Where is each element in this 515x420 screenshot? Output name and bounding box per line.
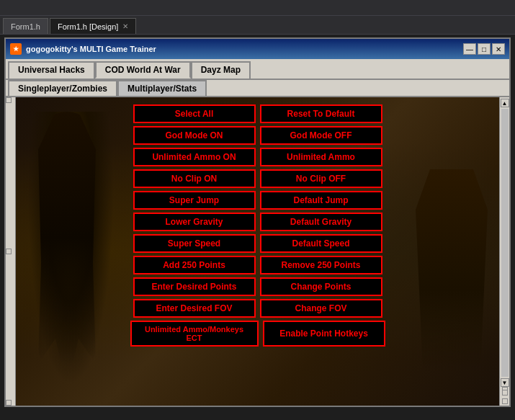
soldier-right-decoration — [416, 169, 488, 371]
vs-tab-close-icon[interactable]: ✕ — [122, 22, 128, 30]
select-all-button[interactable]: Select All — [133, 104, 256, 123]
resize-handle-br[interactable] — [502, 398, 508, 404]
resize-handle-mr[interactable] — [502, 390, 508, 396]
buttons-container: Select All Reset To Default God Mode ON … — [128, 104, 388, 347]
resize-handle-tl[interactable] — [6, 97, 12, 103]
menu-tabs: Universal Hacks COD World At War Dayz Ma… — [6, 59, 509, 79]
enter-desired-fov-button[interactable]: Enter Desired FOV — [133, 299, 256, 318]
scroll-up-button[interactable]: ▲ — [501, 99, 509, 107]
tab-dayz-map[interactable]: Dayz Map — [191, 61, 251, 79]
tab-cod-world-at-war[interactable]: COD World At War — [95, 61, 191, 79]
minimize-button[interactable]: — — [463, 43, 476, 55]
default-speed-button[interactable]: Default Speed — [260, 234, 382, 253]
btn-row-9: Enter Desired Points Change Points — [128, 277, 388, 296]
tab-universal-hacks[interactable]: Universal Hacks — [8, 61, 95, 79]
enter-desired-points-button[interactable]: Enter Desired Points — [133, 277, 256, 296]
unlimited-ammo-on-button[interactable]: Unlimited Ammo ON — [133, 148, 256, 166]
close-button[interactable]: ✕ — [492, 43, 505, 55]
btn-row-5: Super Jump Default Jump — [128, 191, 388, 210]
remove-250-points-button[interactable]: Remove 250 Points — [260, 256, 382, 274]
app-titlebar: ★ gogogokitty's MULTI Game Trainer — □ ✕ — [6, 39, 509, 59]
soldier-left-decoration — [27, 112, 114, 385]
god-mode-off-button[interactable]: God Mode OFF — [260, 126, 382, 145]
vs-tab-form1h[interactable]: Form1.h — [3, 18, 48, 34]
app-window: ★ gogogokitty's MULTI Game Trainer — □ ✕… — [4, 37, 511, 407]
scroll-down-button[interactable]: ▼ — [501, 378, 509, 387]
btn-row-11: Unlimited Ammo/Monkeys ECT Enable Point … — [128, 321, 388, 347]
resize-handle-bl[interactable] — [6, 400, 12, 406]
tab-singleplayer-zombies[interactable]: Singleplayer/Zombies — [8, 80, 117, 96]
btn-row-7: Super Speed Default Speed — [128, 234, 388, 253]
btn-row-2: God Mode ON God Mode OFF — [128, 126, 388, 145]
content-area: ▲ ▼ Select All Reset To Default God Mode… — [6, 96, 509, 406]
no-clip-on-button[interactable]: No Clip ON — [133, 169, 256, 188]
reset-default-button[interactable]: Reset To Default — [260, 104, 382, 123]
resize-handle-ml[interactable] — [6, 249, 12, 254]
vs-tab-form1h-design[interactable]: Form1.h [Design] ✕ — [50, 18, 136, 34]
btn-row-1: Select All Reset To Default — [128, 104, 388, 123]
btn-row-4: No Clip ON No Clip OFF — [128, 169, 388, 188]
default-jump-button[interactable]: Default Jump — [260, 191, 382, 210]
scrollbar-right: ▲ ▼ — [499, 97, 509, 406]
god-mode-on-button[interactable]: God Mode ON — [133, 126, 256, 145]
titlebar-controls: — □ ✕ — [463, 43, 505, 55]
left-border — [6, 97, 16, 406]
add-250-points-button[interactable]: Add 250 Points — [133, 256, 256, 274]
no-clip-off-button[interactable]: No Clip OFF — [260, 169, 382, 188]
unlimited-ammo-button[interactable]: Unlimited Ammo — [260, 148, 382, 166]
vs-titlebar — [0, 0, 515, 16]
maximize-button[interactable]: □ — [478, 43, 491, 55]
change-fov-button[interactable]: Change FOV — [260, 299, 382, 318]
app-title-left: ★ gogogokitty's MULTI Game Trainer — [10, 43, 156, 55]
app-icon: ★ — [10, 43, 22, 55]
unlimited-ammo-monkeys-button[interactable]: Unlimited Ammo/Monkeys ECT — [130, 321, 259, 347]
super-speed-button[interactable]: Super Speed — [133, 234, 256, 253]
enable-point-hotkeys-button[interactable]: Enable Point Hotkeys — [263, 321, 385, 347]
btn-row-6: Lower Gravity Default Gravity — [128, 213, 388, 231]
tab-multiplayer-stats[interactable]: Multiplayer/Stats — [117, 80, 207, 96]
lower-gravity-button[interactable]: Lower Gravity — [133, 213, 256, 231]
btn-row-10: Enter Desired FOV Change FOV — [128, 299, 388, 318]
btn-row-8: Add 250 Points Remove 250 Points — [128, 256, 388, 274]
btn-row-3: Unlimited Ammo ON Unlimited Ammo — [128, 148, 388, 166]
app-title: gogogokitty's MULTI Game Trainer — [26, 45, 156, 53]
default-gravity-button[interactable]: Default Gravity — [260, 213, 382, 231]
super-jump-button[interactable]: Super Jump — [133, 191, 256, 210]
change-points-button[interactable]: Change Points — [260, 277, 382, 296]
scroll-track[interactable] — [501, 109, 509, 377]
sub-tabs: Singleplayer/Zombies Multiplayer/Stats — [6, 79, 509, 96]
vs-tabbar: Form1.h Form1.h [Design] ✕ — [0, 16, 515, 35]
